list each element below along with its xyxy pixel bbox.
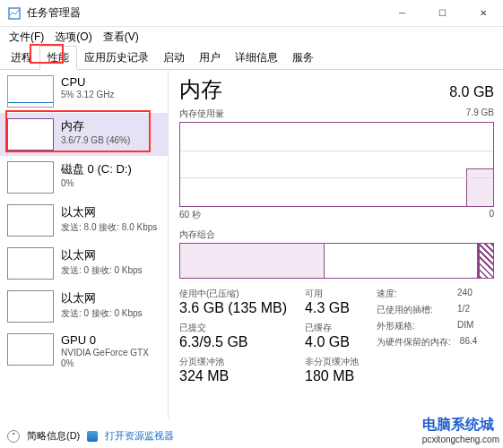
eth2-name: 以太网 [61,247,143,263]
tab-performance[interactable]: 性能 [39,46,77,70]
paged-label: 分页缓冲池 [179,356,287,368]
watermark: 电脑系统城 pcxitongcheng.com [422,416,499,444]
sidebar-item-disk[interactable]: 磁盘 0 (C: D:) 0% [0,156,168,199]
usage-label: 内存使用量 [179,108,224,120]
avail-label: 可用 [305,288,359,300]
memory-name: 内存 [61,118,130,134]
resource-monitor-icon [87,431,98,442]
cpu-name: CPU [61,75,114,89]
watermark-text: 电脑系统城 [422,417,494,432]
nonpaged-label: 非分页缓冲池 [305,356,359,368]
slots-value: 1/2 [457,304,470,316]
menu-file[interactable]: 文件(F) [4,28,49,47]
cached-label: 已缓存 [305,322,359,334]
sidebar-item-ethernet-2[interactable]: 以太网 发送: 0 接收: 0 Kbps [0,242,168,285]
eth1-thumbnail [7,204,54,237]
form-label: 外形规格: [377,320,448,332]
sidebar-item-memory[interactable]: 内存 3.6/7.9 GB (46%) [0,113,168,156]
menu-view[interactable]: 查看(V) [98,28,144,47]
menu-options[interactable]: 选项(O) [49,28,97,47]
in-use-label: 使用中(已压缩) [179,288,287,300]
menubar: 文件(F) 选项(O) 查看(V) [0,27,503,47]
chevron-up-icon[interactable]: ˄ [7,430,20,443]
eth1-name: 以太网 [61,204,157,220]
cpu-thumbnail [7,75,54,108]
disk-thumbnail [7,161,54,194]
nonpaged-value: 180 MB [305,368,359,384]
gpu-sub2: 0% [61,358,149,368]
window-title: 任务管理器 [27,5,382,21]
eth3-name: 以太网 [61,290,143,306]
sidebar: CPU 5% 3.12 GHz 内存 3.6/7.9 GB (46%) 磁盘 0… [0,70,169,419]
commit-value: 6.3/9.5 GB [179,334,287,350]
in-use-value: 3.6 GB (135 MB) [179,300,287,316]
fewer-details-link[interactable]: 简略信息(D) [27,429,80,443]
sidebar-item-cpu[interactable]: CPU 5% 3.12 GHz [0,70,168,113]
eth1-sub: 发送: 8.0 接收: 8.0 Kbps [61,221,157,234]
tab-app-history[interactable]: 应用历史记录 [77,47,156,69]
form-value: DIM [457,320,473,332]
disk-sub: 0% [61,178,132,188]
commit-label: 已提交 [179,322,287,334]
minimize-button[interactable]: ─ [382,0,422,27]
titlebar: 任务管理器 ─ ☐ ✕ [0,0,503,27]
gpu-name: GPU 0 [61,333,149,347]
tab-processes[interactable]: 进程 [4,47,39,69]
tab-users[interactable]: 用户 [192,47,228,69]
watermark-url: pcxitongcheng.com [422,435,499,444]
eth3-sub: 发送: 0 接收: 0 Kbps [61,307,143,320]
graph-time-right: 0 [489,209,494,221]
eth2-thumbnail [7,247,54,280]
tabbar: 进程 性能 应用历史记录 启动 用户 详细信息 服务 [0,47,503,70]
open-resource-monitor-link[interactable]: 打开资源监视器 [105,429,174,443]
composition-label: 内存组合 [179,228,494,241]
tab-details[interactable]: 详细信息 [228,47,285,69]
avail-value: 4.3 GB [305,300,359,316]
tab-startup[interactable]: 启动 [156,47,192,69]
slots-label: 已使用的插槽: [377,304,448,316]
footer: ˄ 简略信息(D) 打开资源监视器 [7,429,174,443]
speed-value: 240 [457,288,473,300]
cached-value: 4.0 GB [305,334,359,350]
cpu-sub: 5% 3.12 GHz [61,90,114,99]
memory-sub: 3.6/7.9 GB (46%) [61,135,130,145]
memory-composition-graph [179,243,494,279]
detail-total: 8.0 GB [449,84,494,100]
gpu-thumbnail [7,333,54,366]
detail-pane: 内存 8.0 GB 内存使用量 7.9 GB 60 秒 0 内存组合 使用中(已… [169,70,503,419]
close-button[interactable]: ✕ [463,0,503,27]
speed-label: 速度: [377,288,448,300]
eth2-sub: 发送: 0 接收: 0 Kbps [61,264,143,277]
memory-thumbnail [7,118,54,151]
reserved-label: 为硬件保留的内存: [377,336,451,349]
gpu-sub1: NVIDIA GeForce GTX [61,348,149,358]
app-icon [7,6,22,21]
sidebar-item-ethernet-3[interactable]: 以太网 发送: 0 接收: 0 Kbps [0,285,168,328]
graph-time-left: 60 秒 [179,209,201,221]
reserved-value: 86.4 [460,336,477,349]
maximize-button[interactable]: ☐ [422,0,463,27]
usage-max: 7.9 GB [466,108,494,120]
sidebar-item-ethernet-1[interactable]: 以太网 发送: 8.0 接收: 8.0 Kbps [0,199,168,242]
paged-value: 324 MB [179,368,287,384]
memory-usage-graph [179,122,494,207]
eth3-thumbnail [7,290,54,323]
detail-title: 内存 [179,75,222,104]
tab-services[interactable]: 服务 [285,47,321,69]
disk-name: 磁盘 0 (C: D:) [61,161,132,177]
sidebar-item-gpu[interactable]: GPU 0 NVIDIA GeForce GTX 0% [0,328,168,374]
